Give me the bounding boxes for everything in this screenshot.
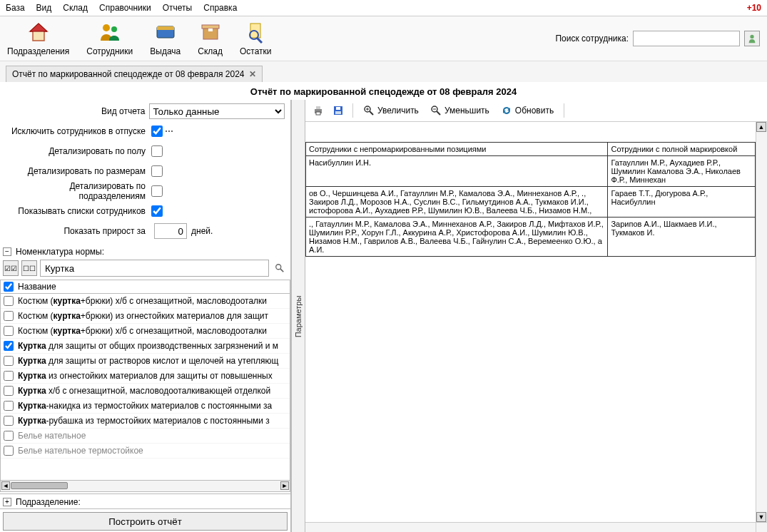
chk-sex-label: Детализировать по полу (6, 146, 150, 156)
hscroll-right[interactable]: ► (280, 481, 289, 490)
menu-refs[interactable]: Справочники (99, 3, 151, 13)
menu-stock[interactable]: Склад (63, 3, 88, 13)
vscroll-up[interactable]: ▲ (756, 122, 766, 132)
chk-sex[interactable] (151, 145, 163, 157)
list-item[interactable]: Куртка для защиты от общих производствен… (1, 339, 290, 354)
list-item[interactable]: Куртка х/б с огнезащитной, масловодоотал… (1, 384, 290, 399)
dept-expand[interactable]: + (3, 498, 11, 506)
nom-filter-input[interactable] (40, 260, 269, 277)
list-item[interactable]: Куртка-накидка из термостойких материало… (1, 399, 290, 414)
refresh-button[interactable]: Обновить (497, 103, 558, 118)
preview-content: Сотрудники с непромаркированными позиция… (305, 122, 756, 532)
list-item[interactable]: Белье нательное термостойкое (1, 444, 290, 459)
list-item-check[interactable] (4, 371, 14, 381)
list-item[interactable]: Белье нательное (1, 429, 290, 444)
menu-reports[interactable]: Отчеты (163, 3, 192, 13)
list-item-check[interactable] (4, 356, 14, 366)
svg-marker-1 (30, 24, 47, 31)
list-item[interactable]: Куртка из огнестойких материалов для защ… (1, 369, 290, 384)
table-cell: Насибуллин И.Н. (306, 156, 608, 187)
preview-scroll-corner (756, 522, 767, 532)
list-item-check[interactable] (4, 311, 14, 321)
chk-vacation-label: Исключить сотрудников в отпуске (6, 126, 150, 136)
svg-rect-20 (336, 107, 340, 110)
tab-report-title: Отчёт по маркированной спецодежде от 08 … (12, 69, 245, 79)
deselect-all-btn[interactable]: ☐☐ (21, 260, 37, 276)
menu-help[interactable]: Справка (203, 3, 237, 13)
report-type-select[interactable]: Только данные (149, 103, 285, 119)
btn-departments[interactable]: Подразделения (7, 21, 69, 56)
print-button[interactable] (310, 103, 327, 118)
params-panel: Вид отчета Только данные Исключить сотру… (0, 100, 291, 532)
btn-warehouse-label: Склад (198, 46, 223, 56)
nom-list[interactable]: Костюм (куртка+брюки) х/б с огнезащитной… (0, 294, 290, 481)
btn-employees[interactable]: Сотрудники (86, 21, 133, 56)
table-cell: Зарипов А.И., Шакмаев И.И., Тукмаков И. (608, 218, 756, 257)
btn-warehouse[interactable]: Склад (198, 21, 223, 56)
svg-rect-18 (316, 112, 320, 115)
chk-vacation[interactable] (151, 126, 163, 137)
list-item[interactable]: Костюм (куртка+брюки) х/б с огнезащитной… (1, 324, 290, 339)
list-item-check[interactable] (4, 446, 14, 456)
list-item[interactable]: Куртка-рубашка из термостойких материало… (1, 414, 290, 429)
list-item-check[interactable] (4, 431, 14, 441)
list-item-label: Куртка для защиты от растворов кислот и … (18, 356, 278, 366)
select-all-btn[interactable]: ☑☑ (3, 260, 19, 276)
printer-icon (313, 105, 324, 116)
svg-line-12 (257, 38, 262, 43)
vscroll-down[interactable]: ▼ (756, 512, 766, 522)
table-cell: Гатауллин М.Р., Аухадиев Р.Р., Шумилин К… (608, 156, 756, 187)
nom-header-check[interactable] (4, 282, 14, 292)
list-item-check[interactable] (4, 296, 14, 306)
preview-vscroll[interactable]: ▲ ▼ (756, 122, 767, 532)
refresh-icon (501, 105, 512, 116)
chk-lists[interactable] (151, 205, 163, 217)
nom-header-label: Номенклатура нормы: (16, 247, 104, 257)
nom-collapse[interactable]: − (3, 247, 11, 256)
search-doc-icon (244, 21, 267, 44)
floppy-icon (332, 105, 344, 116)
list-item[interactable]: Костюм (куртка+брюки) из огнестойких мат… (1, 309, 290, 324)
list-item-label: Куртка для защиты от общих производствен… (18, 341, 278, 351)
menu-base[interactable]: База (6, 3, 25, 13)
preview-hscroll[interactable] (305, 522, 756, 532)
table-cell: ов О., Чершинцева А.И., Гатауллин М.Р., … (306, 187, 608, 218)
svg-point-14 (276, 265, 281, 270)
save-button[interactable] (330, 103, 347, 118)
employee-search-input[interactable] (633, 31, 740, 46)
chk-dept[interactable] (151, 185, 163, 197)
list-item-check[interactable] (4, 341, 14, 351)
list-item[interactable]: Костюм (куртка+брюки) х/б с огнезащитной… (1, 294, 290, 309)
list-item-check[interactable] (4, 401, 14, 411)
menu-view[interactable]: Вид (36, 3, 52, 13)
svg-rect-8 (202, 25, 219, 29)
nom-filter-search[interactable] (272, 260, 288, 276)
build-report-button[interactable]: Построить отчёт (3, 512, 288, 531)
growth-input[interactable] (154, 223, 187, 239)
btn-issue[interactable]: Выдача (150, 21, 181, 56)
hscroll-left[interactable]: ◄ (1, 481, 10, 490)
list-item-check[interactable] (4, 386, 14, 396)
tab-close[interactable]: ✕ (249, 69, 256, 79)
nom-hscroll[interactable]: ◄ ► (0, 481, 290, 492)
btn-remains[interactable]: Остатки (240, 21, 272, 56)
employee-search-go[interactable] (744, 31, 760, 46)
list-item[interactable]: Куртка для защиты от растворов кислот и … (1, 354, 290, 369)
hscroll-thumb[interactable] (11, 482, 68, 489)
nom-name-col: Название (18, 282, 56, 292)
chk-vacation-more[interactable]: ⋯ (163, 126, 173, 136)
zoom-in-button[interactable]: Увеличить (359, 103, 423, 118)
list-item-check[interactable] (4, 416, 14, 426)
chk-size[interactable] (151, 165, 163, 177)
magnifier-icon (275, 263, 285, 273)
splitter[interactable]: Параметры (291, 100, 305, 532)
svg-point-13 (750, 35, 753, 39)
plus-counter: +10 (747, 3, 761, 13)
list-item-check[interactable] (4, 326, 14, 336)
zoom-out-label: Уменьшить (445, 106, 489, 116)
list-item-label: Белье нательное термостойкое (18, 446, 143, 456)
list-item-label: Куртка-рубашка из термостойких материало… (18, 416, 270, 426)
zoom-out-button[interactable]: Уменьшить (426, 103, 494, 118)
menubar: База Вид Склад Справочники Отчеты Справк… (0, 0, 767, 16)
tab-report[interactable]: Отчёт по маркированной спецодежде от 08 … (6, 66, 263, 82)
